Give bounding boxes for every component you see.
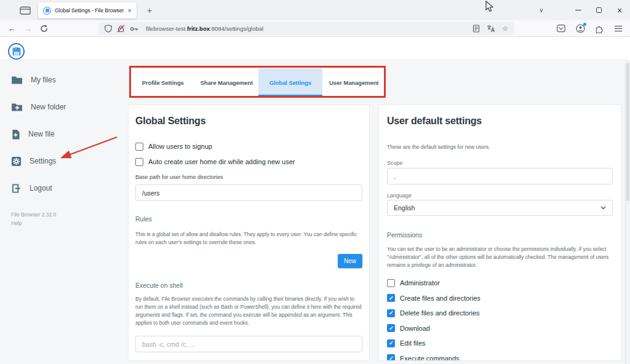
sidebar-item-my-files[interactable]: My files — [11, 73, 56, 87]
perm-administrator-row[interactable]: Administrator — [387, 279, 613, 287]
back-button[interactable]: ← — [4, 20, 20, 36]
chevron-down-icon — [600, 206, 606, 210]
perm-download-row[interactable]: Download — [387, 324, 613, 333]
sidebar-item-new-folder[interactable]: New folder — [11, 100, 66, 114]
firefox-view-icon[interactable] — [20, 6, 31, 15]
annotation-arrow — [54, 132, 122, 163]
translate-icon[interactable] — [487, 25, 495, 33]
perm-create-checkbox[interactable] — [387, 294, 395, 302]
perm-execute-checkbox[interactable] — [387, 354, 395, 361]
account-notification-dot — [583, 23, 586, 26]
permissions-description: You can set the user to be an administra… — [387, 245, 613, 269]
perm-delete-row[interactable]: Delete files and directories — [387, 309, 613, 317]
user-defaults-card: User default settings These are the defa… — [378, 105, 621, 361]
sidebar-item-settings[interactable]: Settings — [11, 154, 56, 168]
perm-edit-row[interactable]: Edit files — [387, 339, 613, 347]
tab-user-management[interactable]: User Management — [322, 68, 386, 97]
tab-global-settings[interactable]: Global Settings — [258, 68, 322, 97]
shell-title: Execute on shell — [135, 281, 362, 290]
signup-checkbox-row[interactable]: Allow users to signup — [135, 142, 362, 151]
sidebar-item-label: New file — [28, 130, 55, 138]
pocket-icon[interactable] — [554, 22, 568, 36]
url-bar[interactable]: filebrowser-test.fritz.box:8084/settings… — [98, 22, 514, 35]
settings-gear-icon — [11, 156, 22, 167]
filebrowser-favicon-icon — [43, 7, 51, 15]
bookmark-star-icon[interactable]: ☆ — [502, 25, 508, 33]
language-select[interactable]: English — [387, 200, 613, 216]
tab-close-icon[interactable]: × — [128, 7, 132, 14]
browser-tab[interactable]: Global Settings - File Browser × — [38, 2, 137, 18]
logout-icon — [11, 183, 22, 194]
perm-label: Download — [400, 325, 430, 332]
reader-view-icon[interactable] — [472, 25, 480, 33]
scope-input[interactable] — [387, 168, 613, 184]
browser-tab-strip: Global Settings - File Browser × + ∨ × — [0, 0, 630, 20]
forward-button: → — [20, 20, 36, 36]
window-maximize-button[interactable] — [589, 0, 608, 20]
window-minimize-button[interactable] — [568, 0, 588, 20]
auto-home-checkbox-row[interactable]: Auto create user home dir while adding n… — [135, 157, 362, 166]
account-icon[interactable] — [573, 22, 587, 36]
global-settings-title: Global Settings — [135, 115, 362, 127]
perm-download-checkbox[interactable] — [387, 324, 395, 332]
sidebar-item-label: New folder — [31, 103, 66, 111]
sidebar-item-logout[interactable]: Logout — [11, 181, 52, 195]
signup-label: Allow users to signup — [148, 143, 212, 150]
perm-administrator-checkbox[interactable] — [387, 279, 395, 287]
sidebar-item-label: My files — [31, 76, 56, 84]
sidebar-item-label: Settings — [30, 157, 56, 165]
sidebar-item-label: Logout — [30, 184, 52, 192]
scope-label: Scope — [387, 160, 613, 166]
global-settings-card: Global Settings Allow users to signup Au… — [128, 105, 370, 361]
tab-share-management[interactable]: Share Management — [195, 68, 259, 97]
filebrowser-logo[interactable] — [8, 43, 25, 60]
rules-title: Rules — [135, 215, 362, 223]
shell-description: By default, File Browser executes the co… — [135, 295, 362, 327]
lock-insecure-icon[interactable] — [117, 25, 125, 33]
auto-home-label: Auto create user home dir while adding n… — [148, 158, 295, 165]
user-defaults-intro: These are the default settings for new u… — [387, 143, 613, 151]
app-version: File Browser 2.32.0 — [11, 212, 56, 218]
perm-label: Create files and directories — [400, 295, 480, 302]
language-value: English — [394, 204, 415, 212]
perm-delete-checkbox[interactable] — [387, 309, 395, 317]
sidebar-item-new-file[interactable]: New file — [11, 127, 55, 141]
language-label: Language — [387, 192, 613, 199]
key-icon[interactable] — [130, 25, 138, 33]
perm-execute-row[interactable]: Execute commands — [387, 354, 613, 362]
list-tabs-icon[interactable]: ∨ — [532, 0, 551, 20]
new-file-icon — [11, 129, 20, 140]
url-text: filebrowser-test.fritz.box:8084/settings… — [146, 25, 468, 32]
window-close-button[interactable]: × — [610, 0, 629, 20]
perm-label: Edit files — [400, 339, 426, 347]
tab-profile-settings[interactable]: Profile Settings — [131, 68, 195, 97]
toolbar-right — [554, 20, 628, 37]
new-folder-icon — [11, 103, 23, 112]
shield-icon[interactable] — [105, 25, 112, 33]
app-header — [0, 37, 630, 60]
folder-icon — [11, 76, 23, 85]
base-path-input[interactable] — [135, 184, 362, 201]
base-path-label: Base path for user home directories — [135, 174, 362, 180]
rules-description: This is a global set of allow and disall… — [135, 231, 362, 247]
user-defaults-title: User default settings — [387, 115, 613, 127]
perm-edit-checkbox[interactable] — [387, 339, 395, 347]
auto-home-checkbox[interactable] — [135, 158, 143, 166]
help-link[interactable]: Help — [11, 220, 22, 226]
reload-button[interactable] — [36, 20, 52, 36]
settings-tab-bar: Profile Settings Share Management Global… — [131, 68, 386, 97]
perm-label: Administrator — [400, 279, 440, 287]
scrollbar-thumb[interactable] — [626, 63, 629, 201]
perm-create-row[interactable]: Create files and directories — [387, 294, 613, 303]
permissions-title: Permissions — [387, 231, 613, 239]
new-rule-button[interactable]: New — [338, 254, 362, 268]
browser-tab-title: Global Settings - File Browser — [55, 7, 124, 14]
new-tab-button[interactable]: + — [142, 0, 157, 20]
page-scrollbar[interactable] — [625, 60, 630, 364]
perm-label: Delete files and directories — [400, 309, 480, 317]
signup-checkbox[interactable] — [135, 143, 143, 151]
extensions-puzzle-icon[interactable] — [592, 22, 606, 36]
menu-hamburger-icon[interactable] — [612, 22, 625, 36]
perm-label: Execute commands — [400, 355, 460, 362]
shell-input[interactable] — [135, 336, 362, 352]
